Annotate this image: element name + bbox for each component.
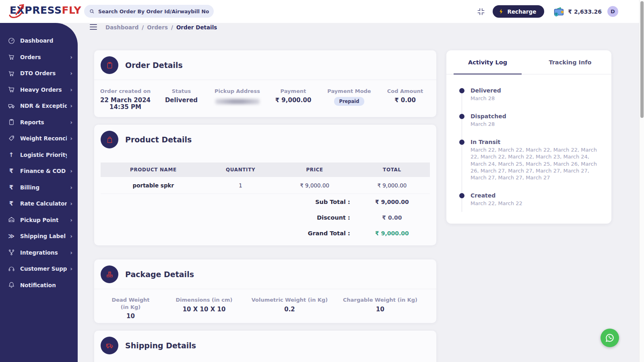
grand-total-label: Grand Total : (275, 230, 354, 237)
cart-icon (7, 53, 15, 61)
whatsapp-button[interactable] (601, 329, 619, 347)
scrollbar-thumb[interactable] (640, 1, 644, 118)
breadcrumb-dashboard[interactable]: Dashboard (105, 24, 138, 31)
chevron-right-icon: › (70, 233, 72, 239)
package-details-card: Package Details Dead Weight (in Kg) 10 D… (94, 259, 436, 323)
sidebar-item-label: NDR & Exception (20, 103, 67, 109)
sidebar-item-label: Shipping Label (20, 233, 66, 239)
field-label: Status (153, 88, 209, 94)
sidebar-item-notification[interactable]: Notification (0, 277, 78, 294)
sidebar-item-weight-reconciliation[interactable]: Weight Reconciliation › (0, 130, 78, 147)
field-payment-mode: Payment Mode Prepaid (321, 88, 377, 111)
chevron-right-icon: › (70, 54, 72, 60)
field-label: Payment (265, 88, 321, 94)
truck-icon (7, 102, 15, 110)
product-details-title: Product Details (125, 135, 192, 144)
discount-row: Discount : ₹ 0.00 (101, 210, 430, 225)
tab-tracking-info[interactable]: Tracking Info (529, 50, 611, 74)
menu-toggle-icon[interactable] (90, 24, 97, 30)
cell-price: ₹ 9,000.00 (275, 182, 354, 189)
sidebar-item-shipping-label[interactable]: ≫ Shipping Label › (0, 228, 78, 245)
sidebar-item-label: Customer Support (20, 265, 67, 272)
wallet-balance-amount: ₹ 2,633.26 (568, 8, 602, 15)
wallet-balance[interactable]: ₹ ₹ 2,633.26 (553, 6, 602, 17)
order-search[interactable] (84, 5, 214, 18)
chevron-right-icon: › (70, 250, 72, 255)
timeline-dates: March 22, March 22, March 22, March 22, … (471, 146, 601, 181)
breadcrumb-orders[interactable]: Orders (147, 24, 168, 31)
sidebar-item-ndr-exception[interactable]: NDR & Exception › (0, 98, 78, 114)
sidebar-item-heavy-orders[interactable]: Heavy Orders › (0, 82, 78, 98)
product-details-badge (101, 131, 118, 148)
brand-logo[interactable]: EXPRESSFLY (10, 4, 81, 16)
shopping-bag-icon (105, 136, 114, 144)
garage-icon (7, 216, 15, 224)
order-details-card: Order Details Order created on 22 March … (94, 50, 436, 117)
boxes-icon (105, 270, 114, 279)
subtotal-value: ₹ 9,000.00 (354, 199, 430, 205)
subtotal-row: Sub Total : ₹ 9,000.00 (101, 194, 430, 210)
sidebar-item-dashboard[interactable]: Dashboard (0, 33, 78, 49)
double-chevron-icon: ≫ (7, 232, 15, 240)
chevron-right-icon: › (70, 185, 72, 190)
compress-icon[interactable] (477, 7, 485, 16)
timeline-dates: March 28 (471, 121, 601, 128)
col-quantity: QUANTITY (206, 167, 275, 173)
field-value: 10 X 10 X 10 (164, 306, 244, 313)
sidebar-item-rate-calculator[interactable]: ₹ Rate Calculator › (0, 195, 78, 212)
sidebar-item-pickup-point[interactable]: Pickup Point › (0, 212, 78, 228)
shipping-details-badge (101, 337, 118, 354)
sidebar-item-logistic-priority[interactable]: ↑ Logistic Priority (0, 147, 78, 163)
shipping-details-header: Shipping Details (94, 331, 436, 360)
timeline-entry-created: Created March 22, March 22 (459, 192, 601, 207)
search-input[interactable] (98, 8, 209, 14)
rupee-icon: ₹ (7, 167, 15, 175)
col-price: PRICE (275, 167, 354, 173)
field-dead-weight: Dead Weight (in Kg) 10 (97, 296, 164, 320)
package-details-header: Package Details (94, 259, 436, 289)
sidebar-item-finance-cod[interactable]: ₹ Finance & COD › (0, 163, 78, 179)
discount-label: Discount : (275, 214, 354, 221)
sidebar-item-label: Heavy Orders (20, 86, 62, 93)
rupee-icon: ₹ (7, 200, 15, 208)
activity-timeline: Delivered March 28 Dispatched March 28 I… (459, 87, 601, 207)
status-value: Delivered (153, 97, 209, 104)
user-avatar[interactable]: D (607, 6, 618, 17)
sidebar-item-billing[interactable]: ₹ Billing › (0, 179, 78, 196)
redacted-address (215, 99, 260, 104)
timeline-status: Created (471, 192, 601, 199)
lightning-icon (498, 8, 504, 14)
field-value: ₹ 9,000.00 (265, 97, 321, 104)
sidebar-item-reports[interactable]: Reports › (0, 114, 78, 131)
timeline-dates: March 22, March 22 (471, 200, 601, 207)
activity-tabs: Activity Log Tracking Info (446, 50, 611, 74)
sidebar-item-customer-support[interactable]: Customer Support › (0, 261, 78, 277)
logo-text-primary: EXPRESS (10, 4, 62, 16)
product-table: PRODUCT NAME QUANTITY PRICE TOTAL portab… (101, 162, 430, 241)
svg-text:₹: ₹ (555, 13, 557, 16)
wallet-icon: ₹ (553, 6, 565, 17)
package-details-badge (101, 265, 118, 283)
cell-product-name: portable spkr (101, 182, 206, 189)
sidebar-item-orders[interactable]: Orders › (0, 49, 78, 66)
whatsapp-icon (604, 332, 615, 343)
col-total: TOTAL (354, 167, 430, 173)
field-pickup-address: Pickup Address (209, 88, 265, 111)
trolley-icon (7, 86, 15, 94)
search-icon (89, 8, 95, 14)
sidebar-item-integrations[interactable]: Integrations › (0, 245, 78, 261)
recharge-button[interactable]: Recharge (493, 5, 545, 18)
arrow-up-icon: ↑ (7, 151, 15, 159)
page-scrollbar[interactable] (639, 0, 644, 362)
sidebar-item-label: Logistic Priority (20, 152, 67, 158)
logo-text-accent: FLY (62, 4, 81, 16)
chevron-right-icon: › (70, 136, 72, 141)
grand-total-value: ₹ 9,000.00 (354, 230, 430, 237)
chevron-right-icon: › (70, 87, 72, 93)
field-dimensions: Dimensions (in cm) 10 X 10 X 10 (164, 296, 244, 320)
field-label: Cod Amount (377, 88, 433, 94)
sidebar-item-dto-orders[interactable]: DTO Orders › (0, 65, 78, 82)
tab-activity-log[interactable]: Activity Log (446, 50, 529, 74)
col-product-name: PRODUCT NAME (101, 167, 206, 173)
sidebar-item-label: Finance & COD (20, 168, 66, 174)
